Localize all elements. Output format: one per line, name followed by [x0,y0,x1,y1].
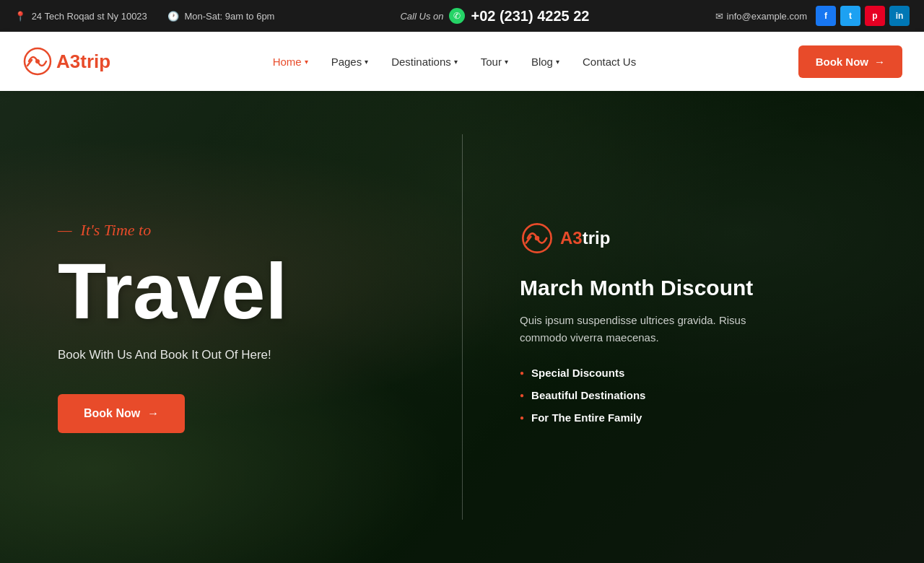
hero-book-button[interactable]: Book Now → [58,394,185,433]
chevron-down-icon: ▾ [505,58,508,66]
promo-logo: A3trip [520,221,881,256]
chevron-down-icon: ▾ [365,58,368,66]
promo-title: March Month Discount [520,276,881,300]
chevron-down-icon: ▾ [305,58,308,66]
top-bar-right: ✉ info@example.com f t p in [715,6,910,26]
promo-list-item: Special Discounts [520,367,881,379]
promo-list: Special Discounts Beautiful Destinations… [520,367,881,434]
hero-title: Travel [58,251,419,331]
hero-subtitle: Book With Us And Book It Out Of Here! [58,348,419,362]
svg-point-1 [35,59,40,64]
phone-number[interactable]: +02 (231) 4225 22 [471,8,589,25]
top-bar-center: Call Us on ✆ +02 (231) 4225 22 [400,8,589,25]
promo-list-item: Beautiful Destinations [520,389,881,401]
facebook-icon[interactable]: f [816,6,836,26]
nav-pages[interactable]: Pages ▾ [321,48,379,75]
logo-trip: trip [80,51,110,72]
logo-a3: A3 [56,51,80,72]
arrow-right-icon: → [874,56,885,68]
navbar: A3trip Home ▾ Pages ▾ Destinations ▾ Tou… [0,32,924,91]
logo[interactable]: A3trip [22,45,110,77]
social-icons: f t p in [816,6,910,26]
promo-logo-icon [520,221,554,256]
location-icon: 📍 [14,11,26,22]
arrow-right-icon: → [147,407,159,420]
hero-section: It's Time to Travel Book With Us And Boo… [0,91,924,563]
promo-list-item: For The Entire Family [520,411,881,424]
hero-left: It's Time to Travel Book With Us And Boo… [0,91,462,563]
linkedin-icon[interactable]: in [889,6,910,26]
email-info: ✉ info@example.com [715,11,807,22]
address: 📍 24 Tech Roqad st Ny 10023 [14,11,147,22]
hours: 🕐 Mon-Sat: 9am to 6pm [167,11,275,22]
nav-blog[interactable]: Blog ▾ [521,48,570,75]
promo-logo-text: A3trip [560,228,610,248]
book-now-button[interactable]: Book Now → [798,45,902,78]
chevron-down-icon: ▾ [454,58,458,66]
svg-point-3 [535,235,540,240]
twitter-icon[interactable]: t [840,6,860,26]
nav-tour[interactable]: Tour ▾ [471,48,518,75]
nav-contact[interactable]: Contact Us [572,48,646,75]
email-icon: ✉ [715,11,723,22]
logo-icon [22,45,53,77]
pinterest-icon[interactable]: p [865,6,885,26]
hero-tagline: It's Time to [58,221,419,240]
nav-destinations[interactable]: Destinations ▾ [381,48,468,75]
chevron-down-icon: ▾ [556,58,559,66]
clock-icon: 🕐 [167,11,179,22]
hero-content: It's Time to Travel Book With Us And Boo… [0,91,924,563]
hero-right: A3trip March Month Discount Quis ipsum s… [462,91,924,563]
nav-home[interactable]: Home ▾ [263,48,318,75]
nav-menu: Home ▾ Pages ▾ Destinations ▾ Tour ▾ Blo… [263,48,647,75]
whatsapp-icon[interactable]: ✆ [449,8,465,24]
logo-text: A3trip [56,51,110,73]
top-bar: 📍 24 Tech Roqad st Ny 10023 🕐 Mon-Sat: 9… [0,0,924,32]
top-bar-left: 📍 24 Tech Roqad st Ny 10023 🕐 Mon-Sat: 9… [14,11,274,22]
call-label: Call Us on [400,11,443,22]
promo-description: Quis ipsum suspendisse ultrices gravida.… [520,312,765,346]
